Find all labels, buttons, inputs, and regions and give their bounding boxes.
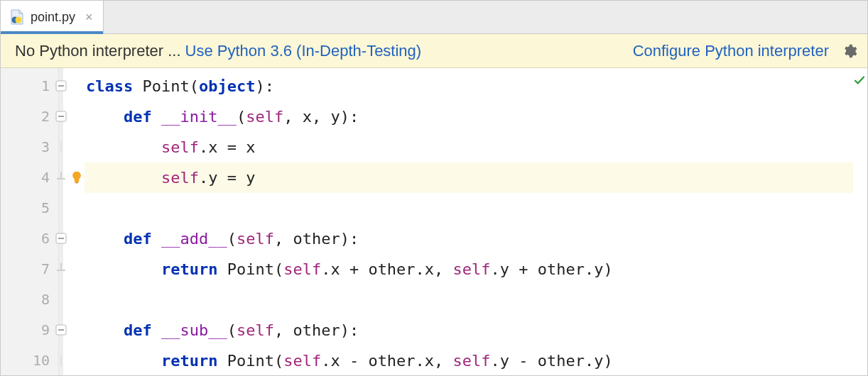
intention-bulb-icon[interactable] <box>69 170 85 185</box>
line-number: 8 <box>1 284 50 315</box>
svg-point-1 <box>16 17 22 23</box>
tab-filename: point.py <box>31 10 75 25</box>
code-line[interactable]: def __init__(self, x, y): <box>85 101 853 132</box>
line-number: 4 <box>1 162 50 193</box>
fold-marker[interactable] <box>55 80 67 92</box>
interpreter-warning-bar: No Python interpreter ... Use Python 3.6… <box>1 34 867 68</box>
svg-rect-7 <box>75 182 79 184</box>
line-number-gutter: 12345678910 <box>1 68 59 375</box>
code-editor[interactable]: 12345678910 class Point(object): def __i… <box>1 68 867 375</box>
fold-marker <box>55 263 67 275</box>
code-line[interactable]: return Point(self.x - other.x, self.y - … <box>85 345 853 375</box>
line-number: 3 <box>1 132 50 162</box>
fold-column <box>59 68 85 375</box>
fold-marker <box>55 355 67 366</box>
line-number: 10 <box>1 345 50 375</box>
fold-marker <box>55 172 67 183</box>
file-tab[interactable]: point.py × <box>1 1 104 33</box>
code-line[interactable] <box>85 284 853 315</box>
code-line[interactable]: def __sub__(self, other): <box>85 315 853 345</box>
configure-interpreter-link[interactable]: Configure Python interpreter <box>633 42 829 60</box>
code-line[interactable]: return Point(self.x + other.x, self.y + … <box>85 254 853 284</box>
fold-marker[interactable] <box>55 233 67 244</box>
line-number: 9 <box>1 315 50 345</box>
code-line[interactable]: self.x = x <box>85 132 853 162</box>
gear-icon[interactable] <box>842 43 857 59</box>
use-interpreter-link[interactable]: Use Python 3.6 (In-Depth-Testing) <box>185 42 422 60</box>
fold-marker[interactable] <box>55 111 67 122</box>
line-number: 5 <box>1 193 50 223</box>
line-number: 6 <box>1 223 50 254</box>
marker-strip <box>853 68 867 375</box>
code-area[interactable]: class Point(object): def __init__(self, … <box>85 68 853 375</box>
line-number: 1 <box>1 71 50 101</box>
close-tab-icon[interactable]: × <box>81 10 93 25</box>
checkmark-icon <box>853 72 866 90</box>
active-tab-indicator <box>1 31 103 34</box>
warning-message: No Python interpreter ... <box>15 42 181 60</box>
line-number: 7 <box>1 254 50 284</box>
line-number: 2 <box>1 101 50 132</box>
fold-marker <box>55 141 67 153</box>
code-line[interactable]: def __add__(self, other): <box>85 223 853 254</box>
tab-bar: point.py × <box>1 1 867 34</box>
python-file-icon <box>9 9 25 25</box>
code-line[interactable] <box>85 193 853 223</box>
fold-marker[interactable] <box>55 324 67 336</box>
code-line[interactable]: self.y = y <box>85 162 853 193</box>
code-line[interactable]: class Point(object): <box>85 71 853 101</box>
